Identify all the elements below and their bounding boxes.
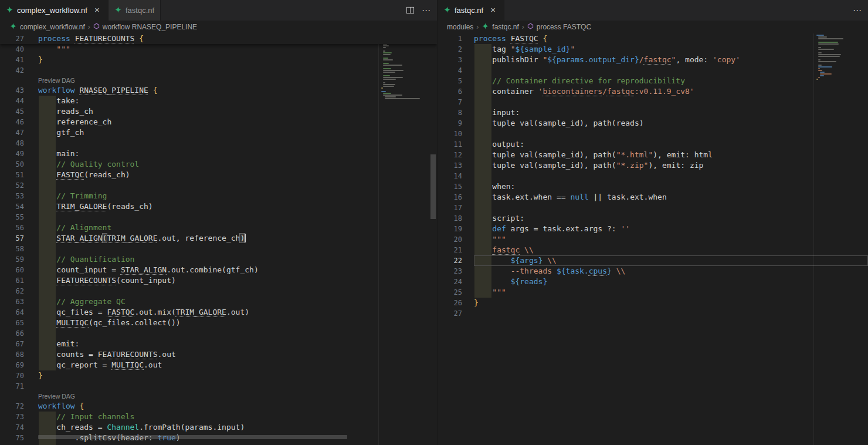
close-icon[interactable]: × (92, 5, 102, 15)
scrollbar-vertical-thumb[interactable] (430, 154, 436, 219)
code-line[interactable]: 6 container 'biocontainers/fastqc:v0.11.… (438, 86, 868, 97)
code-line[interactable]: 66 (0, 328, 437, 339)
line-number[interactable]: 53 (0, 191, 38, 201)
line-number[interactable]: 42 (0, 65, 38, 76)
sticky-code-line[interactable]: 27process FEATURECOUNTS { (0, 33, 437, 44)
code-line[interactable]: 70} (0, 370, 437, 381)
code-line[interactable]: 40 """ (0, 44, 437, 55)
split-editor-icon[interactable] (406, 6, 415, 15)
line-number[interactable]: 73 (0, 412, 38, 422)
line-number[interactable]: 49 (0, 149, 38, 159)
code-line[interactable]: 11 output: (438, 139, 868, 150)
code-line[interactable]: 65 MULTIQC(qc_files.collect()) (0, 318, 437, 328)
more-actions-icon[interactable]: ⋯ (422, 5, 431, 16)
code-line[interactable]: 58 (0, 244, 437, 254)
line-number[interactable]: 57 (0, 233, 38, 244)
line-number[interactable]: 71 (0, 381, 38, 392)
line-number[interactable]: 75 (0, 433, 38, 443)
line-number[interactable]: 1 (438, 33, 474, 44)
code-line[interactable]: 26} (438, 298, 868, 308)
line-number[interactable]: 24 (438, 277, 474, 287)
line-number[interactable]: 8 (438, 107, 474, 118)
line-number[interactable]: 58 (0, 244, 38, 254)
code-line[interactable]: 68 counts = FEATURECOUNTS.out (0, 349, 437, 360)
code-line[interactable]: 42 (0, 65, 437, 76)
code-line[interactable]: 50 // Quality control (0, 159, 437, 170)
code-line[interactable]: 12 tuple val(sample_id), path("*.html"),… (438, 150, 868, 160)
tab-fastqc-nf[interactable]: fastqc.nf× (438, 0, 504, 21)
line-number[interactable]: 21 (438, 245, 474, 255)
code-line[interactable]: 8 input: (438, 107, 868, 118)
code-line[interactable]: 53 // Trimming (0, 191, 437, 201)
line-number[interactable]: 61 (0, 275, 38, 286)
line-number[interactable]: 52 (0, 180, 38, 191)
code-line[interactable]: 23 --threads ${task.cpus} \\ (438, 266, 868, 277)
line-number[interactable]: 15 (438, 181, 474, 192)
line-number[interactable]: 3 (438, 55, 474, 65)
code-line[interactable]: 45 reads_ch (0, 106, 437, 117)
code-line[interactable]: 17 (438, 203, 868, 213)
code-line[interactable]: 52 (0, 180, 437, 191)
line-number[interactable]: 55 (0, 212, 38, 222)
code-line[interactable]: 71 (0, 381, 437, 392)
scrollbar-horizontal-thumb[interactable] (38, 435, 347, 439)
code-line[interactable]: 43workflow RNASEQ_PIPELINE { (0, 85, 437, 96)
code-line[interactable]: 9 tuple val(sample_id), path(reads) (438, 118, 868, 129)
line-number[interactable]: 44 (0, 96, 38, 106)
breadcrumb-item[interactable]: fastqc.nf (482, 22, 518, 32)
code-line[interactable]: 69 qc_report = MULTIQC.out (0, 360, 437, 370)
line-number[interactable]: 70 (0, 370, 38, 381)
line-number[interactable]: 67 (0, 339, 38, 349)
more-actions-icon[interactable]: ⋯ (853, 5, 862, 16)
code-line[interactable]: 67 emit: (0, 339, 437, 349)
code-line[interactable]: 55 (0, 212, 437, 222)
line-number[interactable]: 22 (438, 255, 474, 266)
line-number[interactable]: 2 (438, 44, 474, 55)
code-line[interactable]: 10 (438, 129, 868, 139)
line-number[interactable]: 14 (438, 171, 474, 181)
line-number[interactable]: 45 (0, 106, 38, 117)
line-number[interactable]: 23 (438, 266, 474, 277)
tab-complex-workflow-nf[interactable]: complex_workflow.nf× (0, 0, 108, 21)
code-line[interactable]: 63 // Aggregate QC (0, 296, 437, 307)
line-number[interactable]: 56 (0, 222, 38, 233)
line-number[interactable]: 43 (0, 85, 38, 96)
line-number[interactable]: 18 (438, 213, 474, 224)
code-line[interactable]: 48 (0, 138, 437, 149)
code-line[interactable]: 56 // Alignment (0, 222, 437, 233)
code-line[interactable]: 1process FASTQC { (438, 33, 868, 44)
code-line[interactable]: 19 def args = task.ext.args ?: '' (438, 224, 868, 234)
line-number[interactable]: 16 (438, 192, 474, 203)
line-number[interactable]: 60 (0, 265, 38, 275)
code-line[interactable]: 5 // Container directive for reproducibi… (438, 76, 868, 86)
code-line[interactable]: 15 when: (438, 181, 868, 192)
line-number[interactable]: 20 (438, 234, 474, 245)
code-line[interactable]: 73 // Input channels (0, 412, 437, 422)
code-line[interactable]: 62 (0, 286, 437, 296)
line-number[interactable]: 5 (438, 76, 474, 86)
line-number[interactable]: 74 (0, 422, 38, 433)
line-number[interactable]: 68 (0, 349, 38, 360)
line-number[interactable]: 72 (0, 401, 38, 412)
line-number[interactable]: 50 (0, 159, 38, 170)
code-editor-complex-workflow[interactable]: 40 """41}42Preview DAG43workflow RNASEQ_… (0, 33, 437, 445)
line-number[interactable]: 65 (0, 318, 38, 328)
line-number[interactable]: 47 (0, 127, 38, 138)
code-line[interactable]: 46 reference_ch (0, 117, 437, 127)
line-number[interactable]: 10 (438, 129, 474, 139)
breadcrumb-item[interactable]: process FASTQC (527, 23, 591, 31)
codelens-preview-dag[interactable]: Preview DAG (38, 76, 437, 85)
breadcrumb-item[interactable]: complex_workflow.nf (9, 22, 85, 32)
minimap[interactable] (813, 33, 860, 445)
line-number[interactable]: 46 (0, 117, 38, 127)
code-line[interactable]: 49 main: (0, 149, 437, 159)
line-number[interactable]: 9 (438, 118, 474, 129)
breadcrumb-item[interactable]: workflow RNASEQ_PIPELINE (93, 23, 197, 31)
code-line[interactable]: 47 gtf_ch (0, 127, 437, 138)
code-line[interactable]: 74 ch_reads = Channel.fromPath(params.in… (0, 422, 437, 433)
code-line[interactable]: 25 """ (438, 287, 868, 298)
codelens-preview-dag[interactable]: Preview DAG (38, 392, 437, 401)
line-number[interactable]: 63 (0, 296, 38, 307)
code-line[interactable]: 41} (0, 55, 437, 65)
sticky-scroll-line[interactable]: 27process FEATURECOUNTS { (0, 33, 437, 44)
